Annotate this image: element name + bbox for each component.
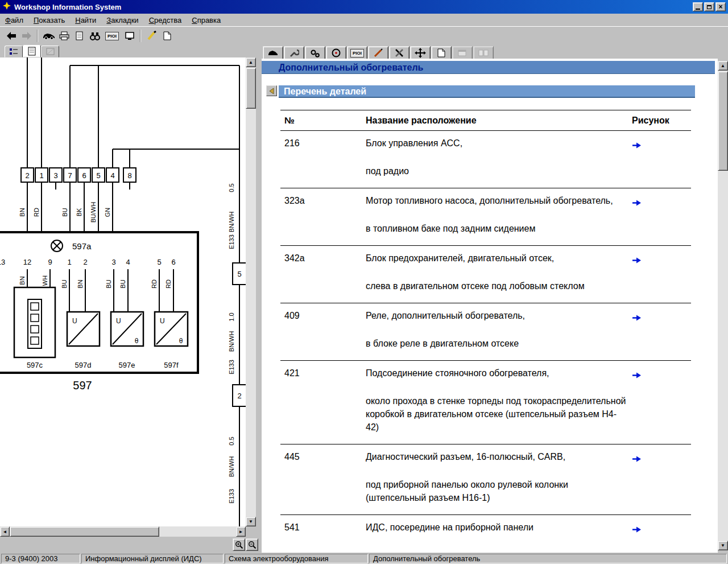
horizontal-scroll-thumb[interactable] [10,526,159,537]
window-icon [457,48,468,58]
back-button[interactable] [3,28,19,43]
menu-bookmarks[interactable]: Закладки [101,14,143,26]
tree-icon [9,47,19,56]
figure-arrow-icon [632,456,642,462]
table-row: 421 Подсоединение стояночного обогревате… [280,361,691,444]
vehicle-data-button[interactable] [263,46,283,60]
minimize-button[interactable] [693,2,703,11]
figure-link[interactable] [632,525,642,534]
scroll-right-button[interactable]: ► [236,526,246,537]
status-component: Информационный дисплей (ИДС) [81,554,224,563]
tab-graphic[interactable] [41,46,59,57]
document-button[interactable] [72,28,87,43]
part-number: 216 [280,137,366,178]
pin-number: 2 [83,258,87,266]
scroll-down-button[interactable]: ▼ [246,517,256,526]
window-tile-button[interactable] [473,46,494,60]
zoom-in-button[interactable] [233,538,245,551]
scroll-up-button[interactable]: ▲ [718,61,728,71]
forward-button[interactable] [19,28,34,43]
scrollbar-corner [246,526,256,537]
part-number: 445 [280,450,366,504]
window-cascade-button[interactable] [452,46,473,60]
menu-tools[interactable]: Средства [144,14,187,26]
col-header-figure: Рисунок [627,114,691,127]
tab-index[interactable] [23,45,41,57]
menu-view[interactable]: Показать [28,14,70,26]
figure-link[interactable] [632,313,642,323]
connector-number: 5 [237,270,241,278]
diagnostics-button[interactable] [326,46,346,60]
notes-button[interactable] [431,46,452,60]
vertical-scroll-thumb[interactable] [246,68,256,109]
service-button[interactable] [284,46,304,60]
note-page-icon [162,31,173,41]
zoom-out-button[interactable] [246,538,258,551]
unit-wire-labels: BN WH BU BN BU BU RD RD [19,275,172,289]
pin-number: 4 [126,258,130,266]
restore-icon [707,5,712,9]
figure-link[interactable] [632,198,642,208]
pioi-section-button[interactable]: PIOI [347,46,367,60]
print-button[interactable] [56,28,72,43]
table-header: № Название расположение Рисунок [280,110,691,131]
status-document-type: Схема электрооборудования [225,554,368,563]
mechanics-button[interactable] [305,46,325,60]
subunit-597e: U θ [111,312,143,346]
pin-number: 4 [110,171,114,180]
tab-contents[interactable] [5,46,23,57]
title-bar: Workshop Information System × [0,0,728,14]
pin-number: 9 [48,258,52,266]
probe-button[interactable] [368,46,388,60]
wire-label: GN [104,208,111,217]
right-wire-labels: 0.5 BN/WH E133 1.0 BN/WH E133 0.5 BN/WH … [228,183,235,504]
wire-label: BN [77,279,84,288]
zoom-in-icon [235,541,243,549]
tools-button[interactable] [389,46,410,60]
figure-link[interactable] [632,141,642,150]
wire-size: 1.0 [228,312,235,321]
table-row: 323a Мотор топливного насоса, дополнител… [280,188,691,246]
u-symbol: U [160,317,165,325]
forward-icon [21,31,32,41]
note-button[interactable] [159,28,175,43]
search-button[interactable] [87,28,102,43]
restore-button[interactable] [704,2,714,11]
figure-link[interactable] [632,454,642,464]
close-button[interactable]: × [715,2,726,11]
part-number: 421 [280,367,366,434]
content-vertical-scrollbar[interactable]: ▲ ▼ [718,61,728,550]
status-vehicle-model: 9-3 (9400) 2003 [1,554,80,563]
part-number: 541 [280,521,366,549]
diagram-vertical-scrollbar[interactable]: ▲ ▼ [246,57,256,526]
pin-number: 3 [111,258,115,266]
pin-number: 5 [157,258,161,266]
diagram-horizontal-scrollbar[interactable]: ◄ ► [0,526,246,537]
figure-link[interactable] [632,370,642,380]
highlighter-button[interactable] [144,28,159,43]
part-name: Блок предохранителей, двигательный отсек… [366,252,627,265]
scroll-left-button[interactable]: ◄ [0,526,10,537]
pin-number: 5 [96,171,100,180]
pioi-button[interactable]: PIOI [102,28,122,43]
pan-button[interactable] [410,46,431,60]
note-page-icon [436,48,447,58]
clipboard-button[interactable] [122,28,137,43]
part-location: под радио [366,164,627,178]
status-bar: 9-3 (9400) 2003 Информационный дисплей (… [0,553,728,564]
part-location: слева в двигательном отсеке под лобовым … [366,279,627,293]
scroll-down-button[interactable]: ▼ [718,541,728,550]
scroll-up-button[interactable]: ▲ [246,57,256,67]
figure-link[interactable] [632,256,642,265]
vehicle-button[interactable] [41,28,56,43]
wire-label: RD [165,279,172,289]
section-back-button[interactable] [266,85,277,96]
connector-wire-labels: BN RD BU BK BU/WH GN [19,202,111,223]
pin-number: 6 [82,171,86,180]
menu-file[interactable]: Файл [0,14,28,26]
subunit-labels: 597c 597d 597e 597f [27,361,179,369]
connector-strip [21,168,136,182]
menu-find[interactable]: Найти [70,14,101,26]
menu-help[interactable]: Справка [187,14,226,26]
vertical-scroll-thumb[interactable] [718,71,728,171]
